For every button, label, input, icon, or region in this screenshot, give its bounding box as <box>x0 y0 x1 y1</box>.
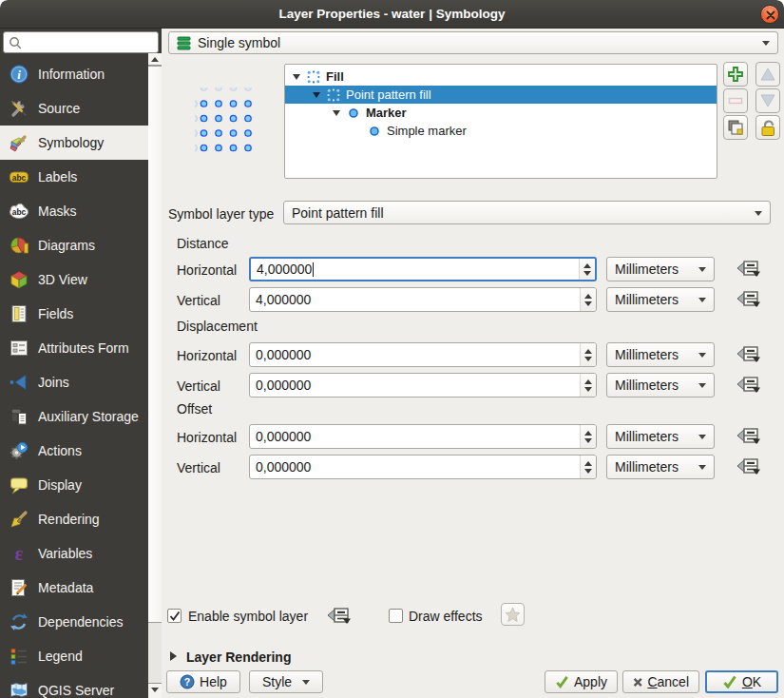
ok-button[interactable]: OK <box>705 670 778 693</box>
spinner-buttons[interactable] <box>580 425 596 448</box>
help-button[interactable]: ? Help <box>166 670 240 693</box>
chevron-down-icon <box>762 41 770 46</box>
sidebar-item-variables[interactable]: ε Variables <box>0 536 148 571</box>
layer-rendering-section[interactable]: Layer Rendering <box>186 650 291 665</box>
offset-horizontal-input[interactable]: 0,000000 <box>249 424 597 449</box>
sidebar-item-3d-view[interactable]: 3D View <box>0 262 148 297</box>
spinner-buttons[interactable] <box>580 288 596 311</box>
distance-vertical-unit-select[interactable]: Millimeters <box>606 287 715 312</box>
duplicate-symbol-layer-button[interactable] <box>723 115 748 140</box>
sidebar-item-information[interactable]: i Information <box>0 57 148 91</box>
sidebar-scrollbar-thumb[interactable] <box>148 66 162 623</box>
data-defined-override-button[interactable] <box>736 260 761 279</box>
offset-vertical-unit-select[interactable]: Millimeters <box>606 455 715 479</box>
displacement-horizontal-input[interactable]: 0,000000 <box>249 342 597 367</box>
tree-item-fill[interactable]: Fill <box>285 68 717 86</box>
sidebar-item-label: Display <box>38 477 82 493</box>
spin-down-icon[interactable] <box>584 357 592 361</box>
sidebar-item-qgis-server[interactable]: QGIS Server <box>0 673 148 698</box>
spin-up-icon[interactable] <box>584 431 592 436</box>
spin-up-icon[interactable] <box>584 379 592 384</box>
spin-down-icon[interactable] <box>584 387 592 392</box>
scroll-up-icon[interactable] <box>148 53 162 66</box>
joins-icon <box>8 372 29 394</box>
sidebar-item-dependencies[interactable]: Dependencies <box>0 605 148 639</box>
data-defined-override-button[interactable] <box>736 290 761 309</box>
spin-down-icon[interactable] <box>583 271 591 276</box>
lock-symbol-layer-button[interactable] <box>755 115 780 140</box>
displacement-vertical-input[interactable]: 0,000000 <box>249 373 597 397</box>
spin-down-icon[interactable] <box>584 301 592 306</box>
spin-down-icon[interactable] <box>584 469 592 474</box>
distance-horizontal-input[interactable]: 4,000000 <box>249 257 597 281</box>
style-button[interactable]: Style <box>249 670 323 693</box>
spinner-buttons[interactable] <box>580 374 596 397</box>
data-defined-override-button[interactable] <box>736 345 761 364</box>
sidebar-scrollbar[interactable] <box>148 53 162 698</box>
sidebar-item-joins[interactable]: Joins <box>0 365 148 399</box>
displacement-vertical-unit-select[interactable]: Millimeters <box>606 373 715 397</box>
data-defined-override-button[interactable] <box>327 607 352 626</box>
sidebar-item-masks[interactable]: abc Masks <box>0 194 148 228</box>
renderer-select[interactable]: Single symbol <box>168 31 778 54</box>
expander-icon[interactable] <box>333 110 340 116</box>
sidebar-item-display[interactable]: Display <box>0 468 148 502</box>
move-up-symbol-layer-button[interactable] <box>755 62 780 87</box>
sidebar-item-legend[interactable]: Legend <box>0 639 148 673</box>
spin-up-icon[interactable] <box>584 461 592 466</box>
sidebar-item-labels[interactable]: abc Labels <box>0 160 148 194</box>
draw-effects-checkbox[interactable] <box>389 609 403 623</box>
data-defined-override-button[interactable] <box>736 457 761 476</box>
sidebar-item-actions[interactable]: Actions <box>0 434 148 468</box>
distance-vertical-input[interactable]: 4,000000 <box>249 287 597 312</box>
sidebar-item-attributes-form[interactable]: Attributes Form <box>0 331 148 365</box>
spinner-buttons[interactable] <box>580 343 596 366</box>
data-defined-override-button[interactable] <box>736 376 761 395</box>
tree-item-marker[interactable]: Marker <box>285 104 717 122</box>
offset-vertical-input[interactable]: 0,000000 <box>249 455 597 479</box>
customize-effects-button[interactable] <box>501 603 525 626</box>
search-input[interactable] <box>3 31 159 53</box>
spinner-buttons[interactable] <box>580 456 596 478</box>
spinner-buttons[interactable] <box>579 259 595 280</box>
spin-down-icon[interactable] <box>584 438 592 443</box>
move-down-symbol-layer-button[interactable] <box>755 88 780 113</box>
close-button[interactable] <box>760 5 779 24</box>
distance-horizontal-unit-select[interactable]: Millimeters <box>606 257 715 281</box>
data-defined-override-button[interactable] <box>736 427 761 446</box>
collapse-arrow-icon[interactable] <box>170 651 177 661</box>
sidebar-item-rendering[interactable]: Rendering <box>0 502 148 536</box>
remove-symbol-layer-button[interactable] <box>723 88 748 113</box>
sidebar-item-diagrams[interactable]: Diagrams <box>0 228 148 262</box>
spin-up-icon[interactable] <box>584 294 592 299</box>
chevron-down-icon <box>698 383 706 388</box>
chevron-down-icon <box>698 435 706 439</box>
sidebar-item-symbology[interactable]: Symbology <box>0 126 148 160</box>
expander-icon[interactable] <box>293 74 300 80</box>
help-button-label: Help <box>200 674 227 689</box>
tree-item-simple-marker[interactable]: Simple marker <box>285 122 717 140</box>
expander-icon[interactable] <box>313 92 320 98</box>
titlebar[interactable]: Layer Properties - water | Symbology <box>0 0 784 29</box>
spin-up-icon[interactable] <box>583 263 591 268</box>
search-icon <box>8 35 23 50</box>
displacement-horizontal-unit-select[interactable]: Millimeters <box>606 342 715 367</box>
tree-item-point-pattern-fill[interactable]: Point pattern fill <box>285 86 717 104</box>
enable-symbol-layer-checkbox[interactable] <box>167 609 182 623</box>
sidebar-item-fields[interactable]: Fields <box>0 297 148 331</box>
sidebar-item-source[interactable]: Source <box>0 91 148 126</box>
sidebar-item-label: Auxiliary Storage <box>38 409 139 424</box>
sidebar-item-auxiliary-storage[interactable]: Auxiliary Storage <box>0 399 148 434</box>
scroll-down-icon[interactable] <box>148 683 162 698</box>
symbol-layer-type-select[interactable]: Point pattern fill <box>283 201 771 224</box>
offset-horizontal-unit-select[interactable]: Millimeters <box>606 424 715 449</box>
spin-up-icon[interactable] <box>584 349 592 354</box>
sidebar-item-label: Information <box>38 67 105 82</box>
svg-text:?: ? <box>184 676 190 688</box>
sidebar-item-metadata[interactable]: Metadata <box>0 571 148 605</box>
apply-button[interactable]: Apply <box>545 670 618 693</box>
offset-vertical-value: 0,000000 <box>250 459 311 475</box>
cancel-button[interactable]: Cancel <box>622 670 699 693</box>
sidebar: i Information Source <box>0 29 162 698</box>
add-symbol-layer-button[interactable] <box>723 62 748 87</box>
